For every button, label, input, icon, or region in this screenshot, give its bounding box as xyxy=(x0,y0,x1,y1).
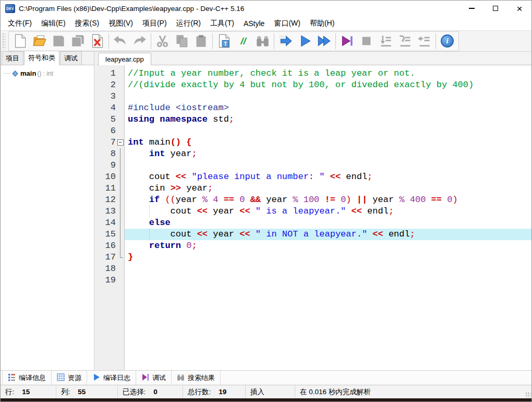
menu-item-edit[interactable]: 编辑(E) xyxy=(37,17,70,30)
tree-item-main[interactable]: main () : int xyxy=(2,69,93,77)
resources-tab[interactable]: 资源 xyxy=(52,371,87,385)
code-line-12[interactable]: 12 if ((year % 4 == 0 && year % 100 != 0… xyxy=(97,194,531,206)
sidebar-tab-project[interactable]: 项目 xyxy=(2,51,23,65)
fold-marker xyxy=(116,171,125,183)
compile-button[interactable]: 101001101001 xyxy=(276,32,295,50)
close-button[interactable]: × xyxy=(507,1,531,16)
compile-log-tab[interactable]: 编译日志 xyxy=(87,371,136,385)
run-button[interactable] xyxy=(295,32,315,50)
debug-button[interactable] xyxy=(337,32,357,50)
code-line-14[interactable]: 14 else xyxy=(97,217,531,229)
code-text xyxy=(125,263,531,275)
line-number: 19 xyxy=(97,275,116,286)
menu-item-window[interactable]: 窗口(W) xyxy=(269,17,305,30)
line-number: 5 xyxy=(97,114,116,125)
redo-icon xyxy=(132,34,147,48)
search-results-icon xyxy=(177,373,185,381)
code-line-9[interactable]: 9 xyxy=(97,160,531,171)
toolbar-panel: T 101001101001 xyxy=(8,31,459,51)
menu-item-run[interactable]: 运行(R) xyxy=(172,17,205,30)
new-source-button[interactable]: T xyxy=(214,32,234,50)
close-file-button[interactable] xyxy=(88,32,107,50)
code-text xyxy=(125,91,531,102)
step-out-button xyxy=(415,32,434,50)
window-controls: × xyxy=(460,1,531,16)
info-icon xyxy=(441,34,454,48)
status-parse-message: 在 0.016 秒内完成解析 xyxy=(295,385,531,398)
editor-tab-leapyear[interactable]: leapyear.cpp xyxy=(98,53,151,65)
code-line-3[interactable]: 3 xyxy=(97,91,531,102)
maximize-icon xyxy=(493,6,498,11)
menu-item-search[interactable]: 搜索(S) xyxy=(70,17,104,30)
toolbar-separator xyxy=(274,33,274,49)
find-button[interactable] xyxy=(253,32,272,50)
line-number: 15 xyxy=(97,229,116,240)
line-number: 13 xyxy=(97,206,116,217)
line-number: 11 xyxy=(97,183,116,194)
toolbar-separator xyxy=(335,33,336,49)
code-text: //Input a year number, check it is a lea… xyxy=(125,68,531,79)
code-line-10[interactable]: 10 cout << "please input a number: " << … xyxy=(97,171,531,183)
paste-button xyxy=(191,32,211,50)
debug-tab[interactable]: 调试 xyxy=(136,371,172,385)
code-line-4[interactable]: 4#include <iostream> xyxy=(97,102,531,114)
sidebar-tab-debug[interactable]: 调试 xyxy=(60,51,82,65)
menu-item-tools[interactable]: 工具(T) xyxy=(205,17,239,30)
cut-button xyxy=(153,32,172,50)
code-line-5[interactable]: 5using namespace std; xyxy=(97,114,531,125)
code-line-1[interactable]: 1//Input a year number, check it is a le… xyxy=(97,68,531,79)
toolbar-separator xyxy=(212,33,213,49)
search-results-tab[interactable]: 搜索结果 xyxy=(172,371,221,385)
menu-item-project[interactable]: 项目(P) xyxy=(138,17,172,30)
line-number: 3 xyxy=(97,91,116,102)
title-bar: C:\Program Files (x86)\Dev-Cpp\Examples\… xyxy=(1,1,531,16)
new-file-button[interactable] xyxy=(10,32,30,50)
code-line-17[interactable]: 17} xyxy=(97,252,531,263)
code-text: return 0; xyxy=(125,240,531,252)
code-line-15[interactable]: 15 cout << year << " in NOT a leapyear."… xyxy=(97,229,531,240)
status-column: 列:55 xyxy=(56,385,118,398)
code-text: cin >> year; xyxy=(125,183,531,194)
close-icon: × xyxy=(516,4,522,14)
left-panel: 项目符号和类调试 main () : int xyxy=(1,52,94,370)
minimize-button[interactable] xyxy=(460,1,483,16)
status-line: 行:15 xyxy=(1,385,56,398)
code-line-2[interactable]: 2//(divide exactly by 4 but not by 100, … xyxy=(97,79,531,91)
code-line-6[interactable]: 6 xyxy=(97,125,531,137)
open-button[interactable] xyxy=(30,32,49,50)
symbol-detail: () : int xyxy=(37,70,53,77)
sidebar-tab-symbols[interactable]: 符号和类 xyxy=(24,51,59,65)
code-editor[interactable]: 1//Input a year number, check it is a le… xyxy=(97,65,531,370)
maximize-button[interactable] xyxy=(483,1,507,16)
toolbar-grip[interactable] xyxy=(2,33,5,50)
code-line-8[interactable]: 8 int year; xyxy=(97,148,531,160)
code-line-19[interactable]: 19 xyxy=(97,275,531,286)
code-line-18[interactable]: 18 xyxy=(97,263,531,275)
about-button[interactable] xyxy=(438,32,457,50)
line-number: 8 xyxy=(97,148,116,160)
toggle-comment-button[interactable] xyxy=(234,32,253,50)
menu-item-astyle[interactable]: AStyle xyxy=(239,18,269,29)
menu-item-help[interactable]: 帮助(H) xyxy=(305,17,339,30)
menu-item-file[interactable]: 文件(F) xyxy=(3,17,37,30)
comment-slashes-icon xyxy=(240,36,246,47)
undo-button xyxy=(111,32,130,50)
new-source-icon: T xyxy=(217,34,231,48)
stop-icon xyxy=(359,34,373,48)
code-line-13[interactable]: 13 cout << year << " is a leapyear." << … xyxy=(97,206,531,217)
copy-icon xyxy=(175,34,189,48)
line-number: 18 xyxy=(97,263,116,275)
redo-button xyxy=(130,32,149,50)
fold-column xyxy=(116,79,125,91)
menu-item-view[interactable]: 视图(V) xyxy=(104,17,138,30)
code-line-16[interactable]: 16 return 0; xyxy=(97,240,531,252)
code-line-11[interactable]: 11 cin >> year; xyxy=(97,183,531,194)
fold-marker[interactable] xyxy=(116,137,125,148)
compile-info-tab[interactable]: 编译信息 xyxy=(2,371,52,385)
step-into-button xyxy=(395,32,415,50)
code-line-7[interactable]: 7int main() { xyxy=(97,137,531,148)
compile-and-run-button[interactable] xyxy=(315,32,334,50)
fold-column xyxy=(116,102,125,114)
indent-guide xyxy=(149,206,150,217)
toolbar-separator xyxy=(151,33,151,49)
